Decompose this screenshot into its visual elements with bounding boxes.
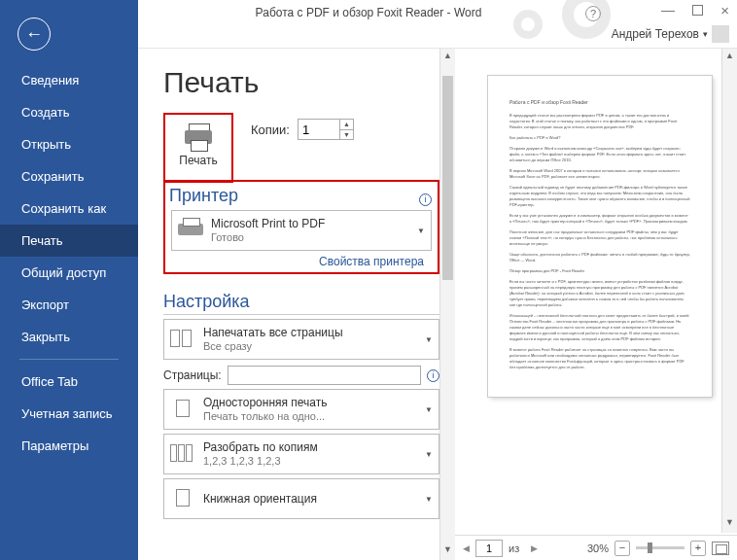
maximize-button[interactable] xyxy=(692,5,703,16)
print-button-label: Печать xyxy=(179,154,217,167)
preview-statusbar: ◀ из ▶ 30% − + xyxy=(455,535,737,560)
sidebar-item-new[interactable]: Создать xyxy=(0,96,138,128)
sidebar-item-options[interactable]: Параметры xyxy=(0,430,138,462)
collate-dropdown[interactable]: Разобрать по копиям 1,2,3 1,2,3 1,2,3 ▼ xyxy=(163,434,439,474)
pages-label: Страницы: xyxy=(163,368,222,382)
help-button[interactable]: ? xyxy=(585,6,601,21)
page-icon xyxy=(170,400,195,419)
page-of-label: из xyxy=(509,542,519,554)
arrow-left-icon: ← xyxy=(25,24,43,45)
scroll-down-icon[interactable]: ▼ xyxy=(442,544,453,558)
scroll-up-icon[interactable]: ▲ xyxy=(442,51,453,64)
printer-status: Готово xyxy=(211,230,409,244)
sidebar-item-save[interactable]: Сохранить xyxy=(0,160,138,192)
window-title: Работа с PDF и обзор Foxit Reader - Word xyxy=(256,6,482,19)
copies-spinner[interactable]: ▲▼ xyxy=(298,119,354,140)
sides-dropdown[interactable]: Односторонняя печать Печать только на од… xyxy=(163,389,439,430)
sidebar-item-print[interactable]: Печать xyxy=(0,225,138,257)
back-button[interactable]: ← xyxy=(18,18,51,51)
minimize-button[interactable] xyxy=(661,11,675,12)
zoom-level: 30% xyxy=(587,542,609,554)
print-settings-panel: Печать Печать Копии: ▲▼ Принтер i xyxy=(138,49,439,560)
chevron-down-icon: ▼ xyxy=(425,335,433,344)
next-page-button[interactable]: ▶ xyxy=(531,543,538,553)
sidebar-item-officetab[interactable]: Office Tab xyxy=(0,366,138,398)
close-button[interactable]: × xyxy=(720,4,729,17)
copies-label: Копии: xyxy=(251,122,290,137)
pages-input[interactable] xyxy=(228,366,421,385)
fit-to-window-button[interactable] xyxy=(712,542,729,555)
avatar xyxy=(712,25,729,43)
collate-icon xyxy=(170,444,195,464)
scroll-down-icon[interactable]: ▼ xyxy=(724,517,735,531)
pages-icon xyxy=(170,330,195,349)
dropdown-sub: Все сразу xyxy=(203,339,417,353)
chevron-down-icon: ▼ xyxy=(425,495,433,504)
dropdown-title: Разобрать по копиям xyxy=(203,440,417,454)
print-range-dropdown[interactable]: Напечатать все страницы Все сразу ▼ xyxy=(163,319,439,360)
print-button[interactable]: Печать xyxy=(163,113,233,183)
chevron-down-icon: ▼ xyxy=(425,405,433,414)
dropdown-title: Напечатать все страницы xyxy=(203,326,417,339)
dropdown-sub: 1,2,3 1,2,3 1,2,3 xyxy=(203,454,417,468)
printer-icon xyxy=(185,128,212,150)
sidebar-item-share[interactable]: Общий доступ xyxy=(0,257,138,289)
sidebar-item-saveas[interactable]: Сохранить как xyxy=(0,192,138,225)
printer-properties-link[interactable]: Свойства принтера xyxy=(171,251,432,268)
sidebar-item-close[interactable]: Закрыть xyxy=(0,321,138,353)
chevron-down-icon: ▼ xyxy=(425,450,433,459)
orientation-dropdown[interactable]: Книжная ориентация ▼ xyxy=(163,478,439,519)
sidebar-item-export[interactable]: Экспорт xyxy=(0,289,138,321)
dropdown-sub: Печать только на одно... xyxy=(203,409,417,423)
dropdown-title: Односторонняя печать xyxy=(203,396,417,409)
info-icon[interactable]: i xyxy=(427,369,439,382)
portrait-icon xyxy=(170,489,195,508)
printer-dropdown[interactable]: Microsoft Print to PDF Готово ▼ xyxy=(171,210,432,251)
info-icon[interactable]: i xyxy=(419,193,432,206)
user-account[interactable]: Андрей Терехов ▾ xyxy=(612,25,729,43)
sidebar-item-open[interactable]: Открыть xyxy=(0,128,138,160)
spinner-up[interactable]: ▲ xyxy=(340,120,353,130)
printer-name: Microsoft Print to PDF xyxy=(211,217,409,230)
zoom-in-button[interactable]: + xyxy=(690,541,706,556)
printer-icon xyxy=(178,221,203,240)
spinner-down[interactable]: ▼ xyxy=(340,130,353,140)
page-number-input[interactable] xyxy=(475,540,503,557)
settings-scrollbar[interactable]: ▲ ▼ xyxy=(439,49,455,560)
settings-section-title: Настройка xyxy=(163,292,250,312)
prev-page-button[interactable]: ◀ xyxy=(463,543,470,553)
scroll-up-icon[interactable]: ▲ xyxy=(724,51,735,64)
dropdown-title: Книжная ориентация xyxy=(203,492,417,506)
page-title: Печать xyxy=(163,66,439,99)
printer-section-title: Принтер xyxy=(169,186,238,206)
user-name: Андрей Терехов xyxy=(612,27,699,41)
preview-page: Работа с PDF и обзор Foxit Reader В пред… xyxy=(488,76,712,397)
backstage-sidebar: ← Сведения Создать Открыть Сохранить Сох… xyxy=(0,0,138,560)
printer-section-highlight: Принтер i Microsoft Print to PDF Готово … xyxy=(163,180,439,274)
zoom-slider[interactable] xyxy=(636,546,684,549)
scroll-thumb[interactable] xyxy=(442,76,453,280)
chevron-down-icon: ▼ xyxy=(417,227,425,235)
sidebar-item-account[interactable]: Учетная запись xyxy=(0,398,138,430)
zoom-out-button[interactable]: − xyxy=(614,541,630,556)
copies-input[interactable] xyxy=(298,120,339,139)
sidebar-item-info[interactable]: Сведения xyxy=(0,64,138,96)
print-preview: Работа с PDF и обзор Foxit Reader В пред… xyxy=(455,49,737,560)
preview-scrollbar[interactable]: ▲ ▼ xyxy=(721,49,737,533)
chevron-down-icon: ▾ xyxy=(703,29,708,39)
